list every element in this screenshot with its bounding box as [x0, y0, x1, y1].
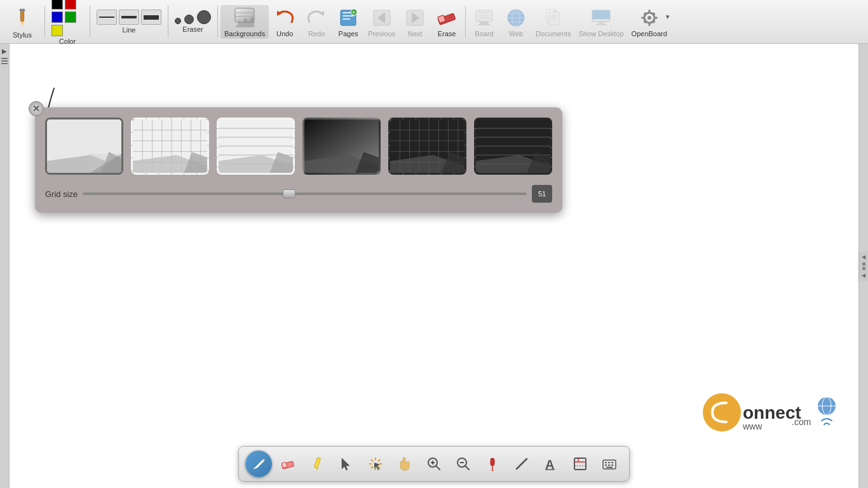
svg-text:+: + — [353, 10, 355, 15]
sidebar-arrow-up[interactable]: ▶ — [0, 46, 9, 55]
documents-button[interactable]: Documents — [532, 5, 575, 39]
svg-rect-120 — [281, 462, 287, 468]
color-blue[interactable] — [51, 11, 63, 23]
sidebar-lines — [1, 58, 8, 64]
line-label: Line — [123, 26, 136, 34]
sidebar-line-1 — [1, 58, 8, 59]
backgrounds-icon — [233, 6, 256, 29]
show-desktop-button[interactable]: Show Desktop — [575, 5, 628, 39]
svg-rect-151 — [605, 462, 607, 463]
tool-zoom-out-button[interactable] — [450, 451, 477, 477]
grid-size-label: Grid size — [45, 189, 78, 199]
tool-highlighter-button[interactable] — [304, 451, 330, 477]
bg-option-dark-grid[interactable] — [388, 118, 466, 175]
bg-option-dark-gradient[interactable] — [302, 118, 381, 175]
svg-rect-40 — [549, 12, 559, 25]
backgrounds-button[interactable]: Backgrounds — [220, 5, 269, 39]
top-toolbar: Stylus Color Line Eraser — [0, 0, 868, 44]
svg-rect-154 — [605, 464, 607, 466]
board-icon — [473, 7, 495, 29]
tool-hand-button[interactable] — [391, 451, 418, 477]
bg-dark-grid-preview — [390, 119, 465, 173]
svg-line-131 — [371, 466, 373, 468]
svg-rect-146 — [574, 458, 586, 470]
color-red[interactable] — [65, 0, 76, 10]
svg-text:.com: .com — [792, 417, 811, 427]
line-medium-button[interactable] — [119, 10, 139, 25]
web-button[interactable]: Web — [500, 5, 532, 39]
tool-eraser-button[interactable] — [275, 451, 301, 477]
erase-button[interactable]: Erase — [431, 5, 463, 39]
svg-point-115 — [822, 397, 831, 415]
redo-button[interactable]: Redo — [301, 5, 332, 39]
line-thin-button[interactable] — [97, 10, 117, 25]
web-label: Web — [509, 30, 523, 37]
undo-icon-area — [273, 6, 296, 29]
eraser-group: Eraser — [171, 8, 215, 36]
tool-zoom-in-button[interactable] — [421, 451, 447, 477]
divider-3 — [168, 6, 168, 37]
tool-keyboard-button[interactable] — [596, 451, 623, 477]
bg-dark-gradient-preview — [304, 119, 379, 173]
stylus-button[interactable] — [6, 4, 38, 30]
tool-text-button[interactable]: A — [538, 451, 564, 477]
openboard-icon-area — [638, 6, 661, 29]
text-icon: A — [543, 456, 559, 471]
bg-option-dark-lines[interactable] — [474, 118, 552, 175]
logo-svg: onnect www .com — [700, 390, 839, 435]
page-curl-plain — [90, 154, 121, 173]
right-collapse-tab[interactable]: ◀ ◀ — [858, 252, 868, 281]
previous-button[interactable]: Previous — [364, 5, 399, 39]
web-icon-area — [505, 6, 527, 29]
svg-point-114 — [818, 397, 836, 415]
grid-size-thumb[interactable] — [283, 189, 295, 198]
tool-magic-pointer-button[interactable] — [362, 451, 389, 477]
hand-icon — [397, 456, 412, 471]
show-desktop-label: Show Desktop — [579, 30, 624, 37]
stylus-label: Stylus — [13, 31, 32, 39]
bg-option-plain[interactable] — [45, 118, 123, 175]
board-button[interactable]: Board — [468, 5, 500, 39]
svg-line-130 — [378, 459, 380, 461]
next-button[interactable]: Next — [399, 5, 431, 39]
bg-option-lines-light[interactable] — [217, 118, 295, 175]
svg-rect-155 — [608, 464, 610, 466]
show-desktop-icon-area — [590, 6, 613, 29]
color-label: Color — [59, 37, 76, 45]
undo-button[interactable]: Undo — [269, 5, 301, 39]
openboard-label: OpenBoard — [632, 30, 667, 37]
tool-select-button[interactable] — [333, 451, 360, 477]
grid-size-value-button[interactable]: 51 — [532, 185, 552, 203]
right-tab-dot-1 — [862, 262, 865, 266]
svg-rect-153 — [611, 462, 613, 463]
svg-rect-53 — [654, 17, 658, 18]
color-green[interactable] — [65, 11, 76, 23]
eraser-medium[interactable] — [184, 15, 194, 24]
svg-rect-157 — [606, 467, 613, 468]
canvas-area[interactable]: ✕ — [10, 44, 858, 488]
eraser-large[interactable] — [197, 10, 211, 24]
openboard-button[interactable]: OpenBoard — [628, 5, 671, 39]
color-black[interactable] — [51, 0, 63, 10]
tool-line-button[interactable] — [508, 451, 535, 477]
tool-laser-button[interactable] — [479, 451, 506, 477]
color-yellow[interactable] — [51, 25, 63, 36]
svg-rect-50 — [648, 10, 650, 13]
main-area: ▶ ✕ — [0, 44, 868, 488]
bg-option-grid-light[interactable] — [131, 118, 209, 175]
tool-pen-button[interactable] — [245, 451, 272, 477]
grid-size-slider[interactable] — [83, 193, 527, 195]
color-group: Color — [48, 0, 87, 48]
svg-marker-1 — [20, 22, 24, 26]
undo-label: Undo — [276, 30, 293, 37]
documents-icon-area — [542, 6, 565, 29]
tool-capture-button[interactable] — [567, 451, 593, 477]
sidebar-line-3 — [1, 63, 8, 64]
popup-close-button[interactable]: ✕ — [29, 101, 44, 116]
eraser-small[interactable] — [175, 18, 181, 24]
sidebar-line-2 — [1, 60, 8, 62]
line-thick-button[interactable] — [141, 10, 161, 25]
svg-rect-45 — [592, 10, 610, 19]
redo-label: Redo — [308, 30, 325, 37]
pages-button[interactable]: + Pages — [332, 5, 364, 39]
